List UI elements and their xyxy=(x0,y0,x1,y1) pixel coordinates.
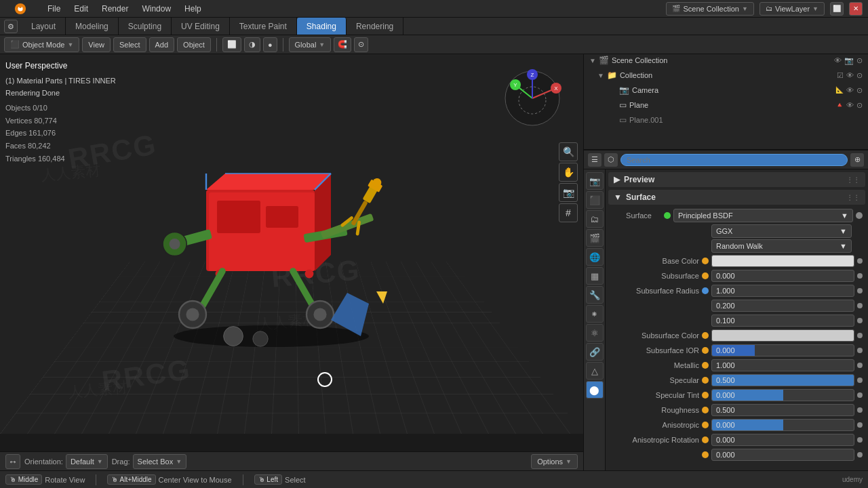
subsurface-radius-g-field[interactable]: 0.200 xyxy=(711,300,854,312)
select-menu[interactable]: Select xyxy=(113,37,146,52)
subsurface-ior-dot-right[interactable] xyxy=(857,348,863,353)
subsurface-ior-dot[interactable] xyxy=(702,347,709,354)
cam-data-icon[interactable]: 📐 xyxy=(835,86,844,95)
plane-render[interactable]: ⊙ xyxy=(856,101,863,110)
scene-camera-icon[interactable]: 📷 xyxy=(844,56,854,65)
subsurface-dot-right[interactable] xyxy=(857,273,863,279)
subsurface-field[interactable]: 0.000 xyxy=(711,270,854,282)
plane-data-icon[interactable]: 🔺 xyxy=(835,101,844,110)
object-menu[interactable]: Object xyxy=(177,37,211,52)
file-menu[interactable]: File xyxy=(41,0,67,17)
viewport-3d[interactable]: RRCG RRCG RRCG 人人素材 人人素材 人人素材 User Persp… xyxy=(0,54,583,434)
tab-texture-paint[interactable]: Texture Paint xyxy=(230,18,297,35)
specular-tint-dot[interactable] xyxy=(702,407,709,413)
subsurface-anisotropy-dot-right[interactable] xyxy=(857,363,863,368)
roughness-dot[interactable] xyxy=(702,422,709,428)
roughness-field[interactable]: 0.000 xyxy=(711,419,854,431)
shader-dropdown[interactable]: Principled BSDF ▼ xyxy=(673,209,853,222)
metallic-dot-right[interactable] xyxy=(857,378,863,383)
viewport-grid-toggle[interactable]: # xyxy=(559,203,578,222)
snap-toggle[interactable]: 🧲 xyxy=(334,37,351,52)
cam-visibility[interactable]: 👁 xyxy=(846,86,854,95)
scene-selector[interactable]: 🎬 Scene Collection ▼ xyxy=(666,2,753,16)
scene-render-icon[interactable]: ⊙ xyxy=(856,56,863,65)
prop-tab-object[interactable]: ▦ xyxy=(586,267,604,285)
roughness-dot-right[interactable] xyxy=(857,422,863,428)
collection-item[interactable]: ▼ 📁 Collection ☑ 👁 ⊙ xyxy=(584,68,868,83)
anisotropic-field[interactable]: 0.000 xyxy=(711,434,854,446)
view-menu[interactable]: View xyxy=(82,37,111,52)
prop-tab-particles[interactable]: ⁕ xyxy=(586,305,604,323)
subsurface-color-dot[interactable] xyxy=(702,332,709,339)
add-menu[interactable]: Add xyxy=(149,37,175,52)
tab-sculpting[interactable]: Sculpting xyxy=(119,18,172,35)
specular-dot-right[interactable] xyxy=(857,392,863,398)
move-gizmo[interactable]: ↔ xyxy=(5,454,20,469)
base-color-swatch[interactable] xyxy=(711,255,854,267)
subsurface-anisotropy-dot[interactable] xyxy=(702,362,709,369)
app-logo[interactable] xyxy=(0,3,41,15)
viewport-navigate[interactable]: ✋ xyxy=(559,163,578,182)
subsurface-method-dropdown[interactable]: Random Walk ▼ xyxy=(711,239,852,253)
distribution-dropdown[interactable]: GGX ▼ xyxy=(711,224,852,238)
shader-dot-right[interactable] xyxy=(856,212,863,219)
base-color-dot-right[interactable] xyxy=(857,258,863,264)
plane-visibility[interactable]: 👁 xyxy=(846,101,854,110)
maximize-button[interactable]: ⬜ xyxy=(830,2,844,16)
prop-header-icon[interactable]: ☰ xyxy=(588,153,601,167)
viewlayer-selector[interactable]: 🗂 ViewLayer ▼ xyxy=(760,2,825,16)
collection-checkmark[interactable]: ☑ xyxy=(837,71,844,80)
ss-radius-g-right[interactable] xyxy=(857,303,863,308)
prop-tab-scene[interactable]: 🎬 xyxy=(586,229,604,247)
help-menu[interactable]: Help xyxy=(178,0,208,17)
prop-tab-modifiers[interactable]: 🔧 xyxy=(586,286,604,304)
edit-menu[interactable]: Edit xyxy=(67,0,95,17)
object-mode-dropdown[interactable]: ⬛ Object Mode ▼ xyxy=(4,37,79,52)
prop-tab-material[interactable]: ⬤ xyxy=(586,381,604,399)
viewport-shading-material[interactable]: ◑ xyxy=(244,37,260,52)
viewport-zoom-in[interactable]: 🔍 xyxy=(559,142,578,161)
tab-dropdown-btn[interactable]: ⚙ xyxy=(4,20,18,33)
specular-tint-field[interactable]: 0.500 xyxy=(711,404,854,416)
subsurface-radius-field[interactable]: 1.000 xyxy=(711,285,854,297)
prop-tab-world[interactable]: 🌐 xyxy=(586,248,604,266)
orientation-value-dropdown[interactable]: Default ▼ xyxy=(66,454,108,469)
plane-item[interactable]: ▭ Plane 🔺 👁 ⊙ xyxy=(584,98,868,113)
tab-uv-editing[interactable]: UV Editing xyxy=(172,18,230,35)
subsurface-color-dot-right[interactable] xyxy=(857,333,863,338)
subsurface-radius-b-field[interactable]: 0.100 xyxy=(711,314,854,327)
specular-tint-dot-right[interactable] xyxy=(857,407,863,413)
collection-visibility[interactable]: 👁 xyxy=(846,71,854,80)
subsurface-dot[interactable] xyxy=(702,272,709,279)
prop-tab-output[interactable]: ⬛ xyxy=(586,191,604,209)
proportional-edit[interactable]: ⊙ xyxy=(354,37,368,52)
subsurface-color-swatch[interactable] xyxy=(711,329,854,342)
prop-tab-constraints[interactable]: 🔗 xyxy=(586,343,604,361)
scene-collection-item[interactable]: ▼ 🎬 Scene Collection 👁 📷 ⊙ xyxy=(584,53,868,68)
viewport-shading-rendered[interactable]: ● xyxy=(263,37,277,52)
render-menu[interactable]: Render xyxy=(95,0,135,17)
tab-modeling[interactable]: Modeling xyxy=(66,18,119,35)
close-button[interactable]: ✕ xyxy=(849,2,863,16)
window-menu[interactable]: Window xyxy=(135,0,178,17)
orientation-dropdown[interactable]: Global ▼ xyxy=(289,37,332,52)
prop-tab-object-data[interactable]: △ xyxy=(586,362,604,380)
viewport-camera[interactable]: 📷 xyxy=(559,183,578,202)
surface-section-header[interactable]: ▼ Surface ⋮⋮ xyxy=(608,190,865,205)
metallic-dot[interactable] xyxy=(702,377,709,384)
prop-header-expand[interactable]: ⊕ xyxy=(850,153,864,167)
subsurface-ior-field[interactable]: 0.000 xyxy=(711,344,854,357)
properties-search-input[interactable] xyxy=(620,154,848,166)
prop-tab-physics[interactable]: ⚛ xyxy=(586,324,604,342)
viewport-shading-solid[interactable]: ⬜ xyxy=(222,37,241,52)
tab-layout[interactable]: Layout xyxy=(22,18,66,35)
anisotropic-dot[interactable] xyxy=(702,436,709,443)
tab-shading[interactable]: Shading xyxy=(297,18,347,35)
subsurface-radius-dot-right[interactable] xyxy=(857,288,863,293)
prop-header-filter[interactable]: ⬡ xyxy=(604,153,618,167)
anisotropic-dot-right[interactable] xyxy=(857,437,863,443)
anisotropic-rotation-dot-right[interactable] xyxy=(857,452,863,458)
cam-render[interactable]: ⊙ xyxy=(856,86,863,95)
anisotropic-rotation-dot[interactable] xyxy=(702,451,709,458)
preview-section-header[interactable]: ▶ Preview ⋮⋮ xyxy=(608,172,865,187)
